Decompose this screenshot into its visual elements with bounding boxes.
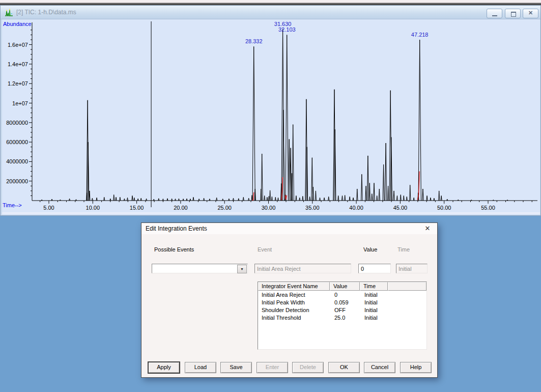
x-tick-label: 45.00 xyxy=(393,205,408,211)
cell-time: Initial xyxy=(361,299,396,307)
y-tick-label: 1.2e+07 xyxy=(8,80,28,87)
x-tick-label: 20.00 xyxy=(174,205,188,211)
x-tick-label: 40.00 xyxy=(349,205,363,211)
x-tick-label: 5.00 xyxy=(43,205,54,211)
cancel-button[interactable]: Cancel xyxy=(364,362,395,373)
time-label: Time xyxy=(397,246,410,253)
dropdown-arrow-icon[interactable]: ▼ xyxy=(237,265,247,273)
y-tick-label: 1.6e+07 xyxy=(8,42,28,48)
chromatogram-icon xyxy=(5,8,13,17)
cell-value: 25.0 xyxy=(331,315,361,322)
cell-value: OFF xyxy=(331,307,361,315)
plot-area[interactable]: 20000004000000600000080000001e+071.2e+07… xyxy=(2,19,540,215)
cell-event-name: Initial Peak Width xyxy=(258,299,331,307)
header-filler xyxy=(388,282,426,291)
cell-event-name: Shoulder Detection xyxy=(258,307,331,315)
restore-button[interactable] xyxy=(505,9,521,18)
screen: [2] TIC: 1-h.D\data.ms ✕ 200000040000006… xyxy=(0,0,541,392)
window-titlebar[interactable]: [2] TIC: 1-h.D\data.ms ✕ xyxy=(1,6,540,19)
x-tick-label: 50.00 xyxy=(437,205,451,211)
event-field: Initial Area Reject xyxy=(254,264,351,273)
table-header: Integrator Event Name Value Time xyxy=(258,282,426,291)
x-tick-label: 10.00 xyxy=(86,205,100,211)
cell-time: Initial xyxy=(361,307,396,315)
table-row[interactable]: Initial Area Reject 0 Initial xyxy=(258,292,426,299)
time-axis-label: Time--> xyxy=(3,202,22,208)
chromatogram-window: [2] TIC: 1-h.D\data.ms ✕ 200000040000006… xyxy=(0,5,541,216)
abundance-axis-label: Abundance xyxy=(3,21,32,27)
event-label: Event xyxy=(258,246,272,253)
cell-value: 0.059 xyxy=(331,299,361,307)
integration-events-table[interactable]: Integrator Event Name Value Time Initial… xyxy=(258,282,427,350)
x-axis-ticks xyxy=(40,201,532,204)
cell-event-name: Initial Threshold xyxy=(258,315,331,322)
value-input[interactable] xyxy=(358,264,391,273)
value-label: Value xyxy=(363,246,377,253)
chromatogram-trace xyxy=(41,29,508,201)
y-tick-label: 1.4e+07 xyxy=(8,61,28,67)
close-button[interactable]: ✕ xyxy=(523,9,538,18)
dialog-close-button[interactable]: ✕ xyxy=(421,223,434,234)
load-button[interactable]: Load xyxy=(185,362,216,373)
y-tick-label: 6000000 xyxy=(6,139,28,145)
header-value: Value xyxy=(330,282,360,291)
x-tick-label: 30.00 xyxy=(262,205,276,211)
x-tick-label: 25.00 xyxy=(217,205,232,211)
peak-label: 32.103 xyxy=(278,26,296,33)
help-button[interactable]: Help xyxy=(400,362,432,373)
x-tick-label: 35.00 xyxy=(305,205,320,211)
possible-events-label: Possible Events xyxy=(154,246,194,253)
time-field: Initial xyxy=(396,264,428,273)
possible-events-dropdown[interactable]: ▼ xyxy=(152,264,248,273)
cell-event-name: Initial Area Reject xyxy=(258,292,331,299)
cell-time: Initial xyxy=(361,292,396,299)
y-tick-label: 1e+07 xyxy=(12,100,28,106)
y-tick-label: 8000000 xyxy=(6,120,28,126)
cell-value: 0 xyxy=(331,292,361,299)
x-tick-label: 55.00 xyxy=(481,205,495,211)
edit-integration-events-dialog: Edit Integration Events ✕ Possible Event… xyxy=(141,222,438,378)
close-icon: ✕ xyxy=(523,10,538,16)
x-tick-label: 15.00 xyxy=(130,205,144,211)
cell-time: Initial xyxy=(361,315,396,322)
save-button[interactable]: Save xyxy=(220,362,252,373)
peak-label: 28.332 xyxy=(245,38,263,44)
ok-button[interactable]: OK xyxy=(328,362,360,373)
minimize-icon xyxy=(492,15,497,16)
header-event-name: Integrator Event Name xyxy=(258,282,330,291)
apply-button[interactable]: Apply xyxy=(148,362,180,373)
delete-button: Delete xyxy=(292,362,324,373)
y-tick-label: 4000000 xyxy=(6,158,28,164)
restore-icon xyxy=(511,12,516,17)
peak-label: 31.630 xyxy=(274,21,292,27)
table-row[interactable]: Initial Peak Width 0.059 Initial xyxy=(258,299,426,307)
y-tick-label: 2000000 xyxy=(6,178,28,184)
y-axis-ticks xyxy=(29,30,32,196)
tic-chromatogram[interactable]: 20000004000000600000080000001e+071.2e+07… xyxy=(2,19,540,215)
table-row[interactable]: Shoulder Detection OFF Initial xyxy=(258,307,426,315)
axes xyxy=(32,22,537,201)
window-title: [2] TIC: 1-h.D\data.ms xyxy=(16,9,76,16)
dialog-titlebar[interactable]: Edit Integration Events ✕ xyxy=(141,223,437,234)
peak-label: 47.218 xyxy=(411,32,429,38)
table-row[interactable]: Initial Threshold 25.0 Initial xyxy=(258,315,426,322)
dialog-title: Edit Integration Events xyxy=(146,225,207,232)
minimize-button[interactable] xyxy=(487,9,502,18)
enter-button: Enter xyxy=(257,362,288,373)
window-bottom-frame xyxy=(2,212,540,214)
header-time: Time xyxy=(360,282,388,291)
